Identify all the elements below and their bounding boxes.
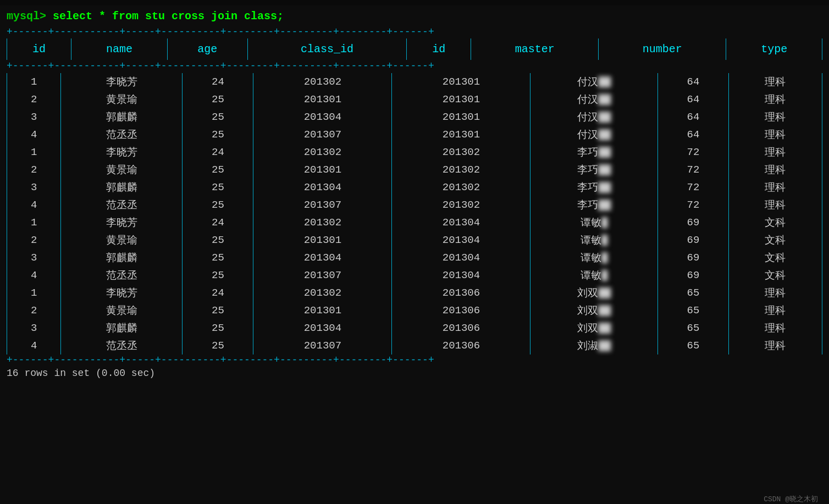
cell-class_id: 201301 bbox=[253, 302, 392, 319]
cell-age: 25 bbox=[183, 196, 253, 214]
table-row: 3 郭麒麟 25 201304 201302 李巧██ 72 理科 bbox=[7, 179, 822, 196]
table-row: 2 黄景瑜 25 201301 201304 谭敏█ 69 文科 bbox=[7, 231, 822, 249]
cell-master: 谭敏█ bbox=[530, 267, 658, 284]
cell-id2: 201301 bbox=[392, 126, 530, 143]
cell-master: 付汉██ bbox=[530, 73, 658, 91]
cell-type: 理科 bbox=[728, 337, 822, 355]
cell-age: 24 bbox=[183, 284, 253, 302]
row-count: 16 rows in set (0.00 sec) bbox=[7, 368, 822, 379]
terminal-window: mysql> select * from stu cross join clas… bbox=[0, 5, 829, 504]
cell-number: 65 bbox=[657, 302, 728, 319]
col-header-master: master bbox=[471, 38, 599, 60]
cell-type: 理科 bbox=[728, 91, 822, 108]
cell-master: 李巧██ bbox=[530, 143, 658, 161]
cell-class_id: 201301 bbox=[253, 231, 392, 249]
cell-id: 3 bbox=[7, 179, 61, 196]
table-row: 3 郭麒麟 25 201304 201306 刘双██ 65 理科 bbox=[7, 319, 822, 337]
table-row: 4 范丞丞 25 201307 201301 付汉██ 64 理科 bbox=[7, 126, 822, 143]
col-header-name: name bbox=[71, 38, 168, 60]
cell-master: 刘双██ bbox=[530, 302, 658, 319]
cell-number: 69 bbox=[657, 231, 728, 249]
cell-type: 理科 bbox=[728, 108, 822, 126]
cell-type: 理科 bbox=[728, 73, 822, 91]
table-row: 1 李晓芳 24 201302 201306 刘双██ 65 理科 bbox=[7, 284, 822, 302]
cell-id: 4 bbox=[7, 196, 61, 214]
result-data-table: 1 李晓芳 24 201302 201301 付汉██ 64 理科 2 黄景瑜 … bbox=[7, 73, 822, 355]
cell-id2: 201302 bbox=[392, 179, 530, 196]
cell-name: 范丞丞 bbox=[61, 126, 183, 143]
cell-class_id: 201304 bbox=[253, 108, 392, 126]
cell-id2: 201302 bbox=[392, 196, 530, 214]
cell-master: 谭敏█ bbox=[530, 249, 658, 267]
col-header-id: id bbox=[7, 38, 71, 60]
cell-id: 3 bbox=[7, 249, 61, 267]
table-row: 1 李晓芳 24 201302 201304 谭敏█ 69 文科 bbox=[7, 214, 822, 231]
cell-age: 25 bbox=[183, 337, 253, 355]
cell-number: 69 bbox=[657, 214, 728, 231]
cell-id: 1 bbox=[7, 143, 61, 161]
cell-number: 72 bbox=[657, 196, 728, 214]
cell-type: 理科 bbox=[728, 126, 822, 143]
cell-master: 付汉██ bbox=[530, 108, 658, 126]
cell-id: 4 bbox=[7, 337, 61, 355]
col-header-age: age bbox=[167, 38, 247, 60]
cell-type: 理科 bbox=[728, 179, 822, 196]
cell-master: 李巧██ bbox=[530, 179, 658, 196]
table-header-border: +------+-----------+-----+----------+---… bbox=[7, 60, 822, 73]
cell-class_id: 201304 bbox=[253, 179, 392, 196]
cell-id: 4 bbox=[7, 267, 61, 284]
cell-name: 范丞丞 bbox=[61, 196, 183, 214]
cell-class_id: 201302 bbox=[253, 143, 392, 161]
cell-class_id: 201307 bbox=[253, 126, 392, 143]
cell-type: 文科 bbox=[728, 214, 822, 231]
table-row: 2 黄景瑜 25 201301 201306 刘双██ 65 理科 bbox=[7, 302, 822, 319]
cell-type: 理科 bbox=[728, 161, 822, 179]
table-row: 4 范丞丞 25 201307 201306 刘淑██ 65 理科 bbox=[7, 337, 822, 355]
cell-name: 黄景瑜 bbox=[61, 161, 183, 179]
cell-master: 刘双██ bbox=[530, 319, 658, 337]
table-row: 1 李晓芳 24 201302 201302 李巧██ 72 理科 bbox=[7, 143, 822, 161]
cell-class_id: 201301 bbox=[253, 91, 392, 108]
cell-master: 谭敏█ bbox=[530, 231, 658, 249]
cell-number: 65 bbox=[657, 319, 728, 337]
cell-name: 郭麒麟 bbox=[61, 319, 183, 337]
cell-master: 李巧██ bbox=[530, 196, 658, 214]
col-header-class_id: class_id bbox=[247, 38, 406, 60]
cell-name: 范丞丞 bbox=[61, 337, 183, 355]
cell-id2: 201301 bbox=[392, 73, 530, 91]
cell-id2: 201301 bbox=[392, 108, 530, 126]
cell-age: 24 bbox=[183, 214, 253, 231]
cell-number: 64 bbox=[657, 108, 728, 126]
col-header-id2: id bbox=[407, 38, 471, 60]
cell-name: 李晓芳 bbox=[61, 143, 183, 161]
table-row: 1 李晓芳 24 201302 201301 付汉██ 64 理科 bbox=[7, 73, 822, 91]
cell-age: 25 bbox=[183, 249, 253, 267]
table-row: 4 范丞丞 25 201307 201302 李巧██ 72 理科 bbox=[7, 196, 822, 214]
cell-id2: 201301 bbox=[392, 91, 530, 108]
cell-id: 4 bbox=[7, 126, 61, 143]
cell-id2: 201304 bbox=[392, 231, 530, 249]
cell-number: 72 bbox=[657, 179, 728, 196]
cell-master: 刘双██ bbox=[530, 284, 658, 302]
cell-type: 理科 bbox=[728, 143, 822, 161]
cell-class_id: 201302 bbox=[253, 214, 392, 231]
cell-age: 25 bbox=[183, 126, 253, 143]
cell-id2: 201302 bbox=[392, 161, 530, 179]
cell-name: 郭麒麟 bbox=[61, 179, 183, 196]
cell-id: 1 bbox=[7, 284, 61, 302]
cell-id2: 201306 bbox=[392, 319, 530, 337]
cell-id: 2 bbox=[7, 91, 61, 108]
cell-name: 郭麒麟 bbox=[61, 108, 183, 126]
cell-age: 25 bbox=[183, 179, 253, 196]
cell-id: 2 bbox=[7, 161, 61, 179]
cell-number: 72 bbox=[657, 143, 728, 161]
watermark: CSDN @晓之木初 bbox=[764, 494, 818, 504]
cell-type: 理科 bbox=[728, 319, 822, 337]
cell-class_id: 201304 bbox=[253, 319, 392, 337]
cell-class_id: 201307 bbox=[253, 337, 392, 355]
table-header-row: id name age class_id id master number ty… bbox=[7, 38, 822, 60]
cell-id: 3 bbox=[7, 108, 61, 126]
cell-master: 李巧██ bbox=[530, 161, 658, 179]
cell-class_id: 201302 bbox=[253, 284, 392, 302]
command-line: mysql> select * from stu cross join clas… bbox=[7, 10, 822, 23]
